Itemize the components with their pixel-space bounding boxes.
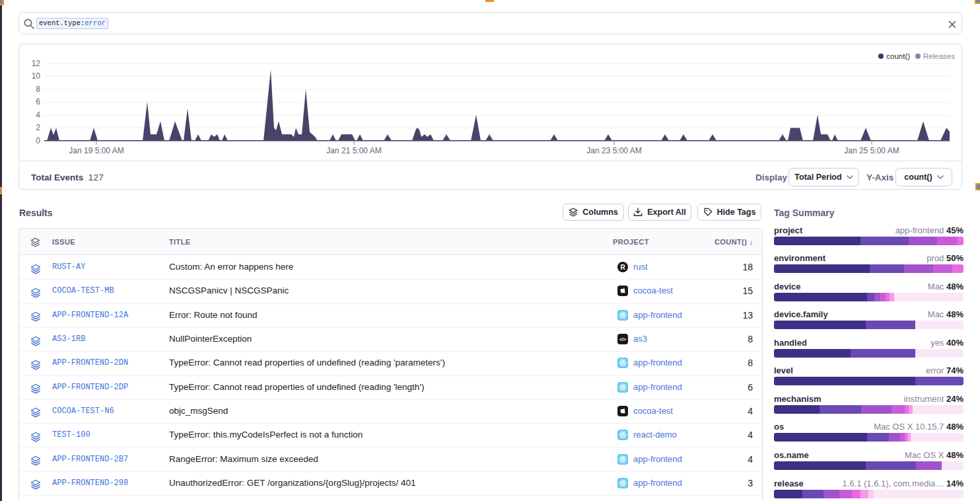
svg-text:R: R bbox=[620, 264, 625, 271]
svg-text:</>: </> bbox=[619, 337, 626, 342]
